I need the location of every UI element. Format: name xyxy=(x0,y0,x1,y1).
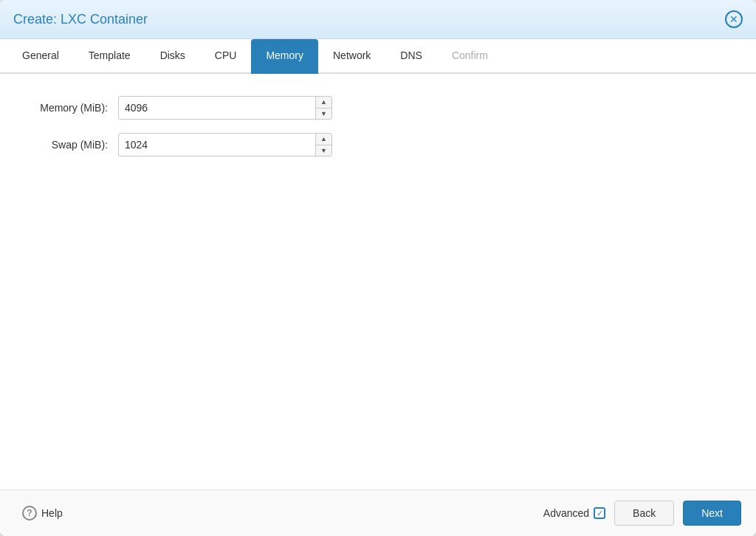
footer-left: ? Help xyxy=(15,501,70,525)
advanced-label[interactable]: Advanced ✓ xyxy=(543,507,605,519)
swap-increment-button[interactable]: ▲ xyxy=(316,134,331,145)
memory-label: Memory (MiB): xyxy=(22,102,118,114)
dialog-footer: ? Help Advanced ✓ Back Next xyxy=(0,489,756,536)
tab-template[interactable]: Template xyxy=(74,39,145,74)
memory-increment-button[interactable]: ▲ xyxy=(316,97,331,109)
up-arrow-icon: ▲ xyxy=(320,98,327,106)
back-button[interactable]: Back xyxy=(614,501,674,526)
next-button[interactable]: Next xyxy=(683,501,741,526)
swap-input[interactable] xyxy=(118,133,332,157)
up-arrow-icon: ▲ xyxy=(320,135,327,142)
down-arrow-icon: ▼ xyxy=(320,147,327,154)
help-button[interactable]: ? Help xyxy=(15,501,70,525)
memory-row: Memory (MiB): ▲ ▼ xyxy=(22,96,734,120)
advanced-text: Advanced xyxy=(543,507,589,519)
memory-decrement-button[interactable]: ▼ xyxy=(316,109,331,120)
tab-cpu[interactable]: CPU xyxy=(200,39,252,74)
dialog-header: Create: LXC Container ✕ xyxy=(0,0,756,39)
swap-spinner: ▲ ▼ xyxy=(118,133,332,157)
swap-spinner-buttons: ▲ ▼ xyxy=(315,134,331,156)
dialog-body: Memory (MiB): ▲ ▼ Swap (MiB): xyxy=(0,74,756,489)
memory-spinner: ▲ ▼ xyxy=(118,96,332,120)
tab-bar: General Template Disks CPU Memory Networ… xyxy=(0,39,756,74)
dialog-title: Create: LXC Container xyxy=(13,12,148,27)
tab-disks[interactable]: Disks xyxy=(145,39,200,74)
swap-row: Swap (MiB): ▲ ▼ xyxy=(22,133,734,157)
footer-right: Advanced ✓ Back Next xyxy=(543,501,741,526)
memory-spinner-buttons: ▲ ▼ xyxy=(315,97,331,119)
memory-input[interactable] xyxy=(118,96,332,120)
help-icon: ? xyxy=(22,506,37,520)
tab-network[interactable]: Network xyxy=(318,39,385,74)
down-arrow-icon: ▼ xyxy=(320,110,327,117)
help-label: Help xyxy=(41,507,63,519)
tab-memory[interactable]: Memory xyxy=(251,39,318,74)
tab-general[interactable]: General xyxy=(7,39,74,74)
close-icon: ✕ xyxy=(729,14,738,24)
advanced-checkbox[interactable]: ✓ xyxy=(594,507,605,519)
swap-decrement-button[interactable]: ▼ xyxy=(316,145,331,157)
tab-dns[interactable]: DNS xyxy=(385,39,437,74)
swap-label: Swap (MiB): xyxy=(22,139,118,151)
close-button[interactable]: ✕ xyxy=(725,10,743,28)
create-lxc-dialog: Create: LXC Container ✕ General Template… xyxy=(0,0,756,536)
tab-confirm: Confirm xyxy=(437,39,503,74)
check-icon: ✓ xyxy=(597,509,603,518)
